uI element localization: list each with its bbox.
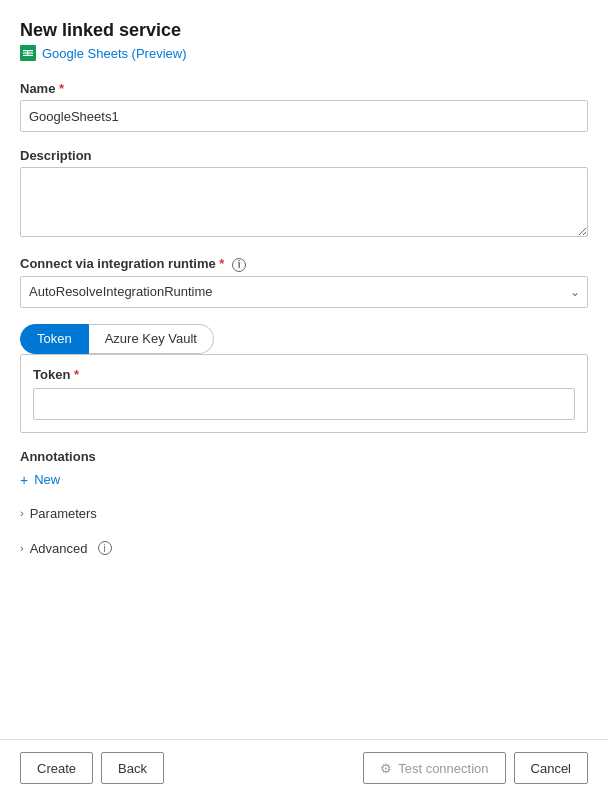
runtime-label: Connect via integration runtime * i (20, 256, 588, 272)
sheets-icon (20, 45, 36, 61)
parameters-header[interactable]: › Parameters (20, 500, 588, 527)
create-button[interactable]: Create (20, 752, 93, 784)
test-connection-button[interactable]: ⚙ Test connection (363, 752, 505, 784)
annotations-section: Annotations + New (20, 449, 588, 488)
footer-right: ⚙ Test connection Cancel (363, 752, 588, 784)
auth-toggle-row: Token Azure Key Vault (20, 324, 588, 354)
runtime-required-star: * (216, 256, 225, 271)
description-field-group: Description (20, 148, 588, 240)
new-label: New (34, 472, 60, 487)
token-input[interactable] (33, 388, 575, 420)
name-input[interactable] (20, 100, 588, 132)
description-textarea[interactable] (20, 167, 588, 237)
advanced-label: Advanced (30, 541, 88, 556)
token-field-label: Token * (33, 367, 575, 382)
runtime-select[interactable]: AutoResolveIntegrationRuntime (20, 276, 588, 308)
advanced-info-icon: i (98, 541, 112, 555)
annotations-label: Annotations (20, 449, 588, 464)
token-tab-button[interactable]: Token (20, 324, 89, 354)
azure-keyvault-tab-button[interactable]: Azure Key Vault (89, 324, 214, 354)
token-box: Token * (20, 354, 588, 433)
test-connection-icon: ⚙ (380, 761, 392, 776)
token-required-star: * (70, 367, 79, 382)
plus-icon: + (20, 472, 28, 488)
description-label: Description (20, 148, 588, 163)
name-required-star: * (55, 81, 64, 96)
name-label: Name * (20, 81, 588, 96)
footer-left: Create Back (20, 752, 164, 784)
back-button[interactable]: Back (101, 752, 164, 784)
name-field-group: Name * (20, 81, 588, 132)
svg-rect-4 (27, 50, 28, 56)
runtime-select-wrapper: AutoResolveIntegrationRuntime ⌄ (20, 276, 588, 308)
footer: Create Back ⚙ Test connection Cancel (0, 739, 608, 796)
parameters-label: Parameters (30, 506, 97, 521)
page-title: New linked service (20, 20, 588, 41)
runtime-field-group: Connect via integration runtime * i Auto… (20, 256, 588, 308)
runtime-info-icon: i (232, 258, 246, 272)
parameters-chevron-icon: › (20, 507, 24, 519)
advanced-section: › Advanced i (20, 535, 588, 562)
advanced-chevron-icon: › (20, 542, 24, 554)
cancel-button[interactable]: Cancel (514, 752, 588, 784)
subtitle-text: Google Sheets (Preview) (42, 46, 187, 61)
parameters-section: › Parameters (20, 500, 588, 527)
add-new-button[interactable]: + New (20, 472, 60, 488)
subtitle-row: Google Sheets (Preview) (20, 45, 588, 61)
advanced-header[interactable]: › Advanced i (20, 535, 588, 562)
test-connection-label: Test connection (398, 761, 488, 776)
